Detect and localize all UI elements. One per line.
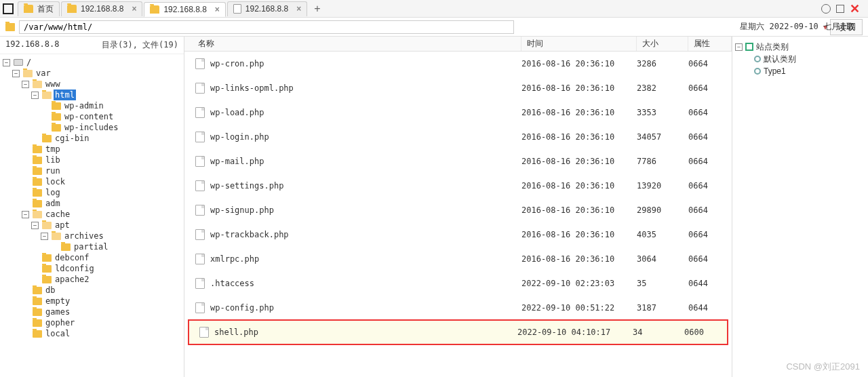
file-row[interactable]: xmlrpc.php2016-08-16 20:36:1030640664: [184, 247, 732, 271]
site-category-root[interactable]: − 站点类别: [735, 41, 865, 53]
address-bar: ▾ 读取: [0, 18, 868, 37]
tree-node[interactable]: ldconfig: [3, 263, 184, 274]
host-label: 192.168.8.8: [5, 39, 102, 51]
file-list[interactable]: wp-cron.php2016-08-16 20:36:1032860664wp…: [184, 52, 732, 377]
file-size: 3187: [637, 303, 688, 313]
new-tab-button[interactable]: +: [309, 3, 326, 15]
tree-node[interactable]: lib: [3, 155, 184, 165]
folder-icon: [33, 319, 42, 327]
folder-icon: [52, 102, 61, 110]
tab-2[interactable]: 192.168.8.8×: [144, 2, 225, 17]
tree-toggle-icon[interactable]: −: [3, 59, 10, 66]
tree-node[interactable]: local: [3, 328, 184, 339]
folder-icon: [5, 23, 15, 31]
tree-label: lib: [44, 155, 62, 165]
tree-node[interactable]: lock: [3, 176, 184, 187]
tree-label: adm: [44, 198, 62, 209]
tree-node[interactable]: −archives: [3, 231, 184, 241]
file-row[interactable]: wp-signup.php2016-08-16 20:36:1029890066…: [184, 198, 732, 222]
tab-label: 192.168.8.8: [81, 4, 123, 14]
category-item[interactable]: 默认类别: [735, 53, 865, 65]
tree-node[interactable]: cgi-bin: [3, 133, 184, 144]
tree-node[interactable]: wp-includes: [3, 122, 184, 133]
tab-3[interactable]: 192.168.8.8×: [227, 1, 307, 16]
tree-node[interactable]: −var: [3, 68, 184, 79]
file-row[interactable]: wp-load.php2016-08-16 20:36:1033530664: [184, 100, 732, 125]
file-row[interactable]: .htaccess2022-09-10 02:23:03350644: [184, 271, 732, 296]
tree-node[interactable]: partial: [3, 241, 184, 252]
tree-toggle-icon[interactable]: −: [41, 233, 48, 240]
path-input[interactable]: [19, 20, 514, 34]
file-row[interactable]: wp-links-opml.php2016-08-16 20:36:102382…: [184, 76, 732, 100]
folder-icon: [42, 135, 52, 142]
tree-node[interactable]: −html: [3, 90, 184, 100]
tree-node[interactable]: tmp: [3, 144, 184, 155]
file-attr: 0664: [688, 108, 732, 117]
category-item[interactable]: Type1: [735, 65, 865, 77]
tree-node[interactable]: run: [3, 165, 184, 176]
left-header: 192.168.8.8 目录(3), 文件(19): [0, 37, 184, 54]
tree-label: lock: [44, 176, 66, 187]
close-icon[interactable]: ✕: [850, 1, 860, 16]
minimize-icon[interactable]: [821, 4, 831, 14]
tree-label: var: [35, 68, 52, 79]
file-attr: 0664: [688, 230, 732, 239]
file-attr: 0664: [688, 59, 732, 68]
file-size: 7786: [637, 157, 688, 166]
tab-close-icon[interactable]: ×: [132, 4, 136, 14]
folder-icon: [67, 5, 77, 13]
tab-0[interactable]: 首页: [18, 1, 60, 16]
file-time: 2016-08-16 20:36:10: [521, 132, 637, 142]
file-size: 3064: [637, 254, 688, 264]
file-row[interactable]: wp-settings.php2016-08-16 20:36:10139200…: [184, 174, 732, 198]
file-row[interactable]: wp-trackback.php2016-08-16 20:36:1040350…: [184, 222, 732, 247]
tree-node[interactable]: games: [3, 306, 184, 317]
tree-toggle-icon[interactable]: −: [31, 92, 39, 99]
tree-node[interactable]: log: [3, 187, 184, 198]
column-headers[interactable]: 名称 时间 大小 属性: [184, 37, 732, 52]
tree-node[interactable]: −/: [3, 57, 184, 68]
tree-toggle-icon[interactable]: −: [12, 70, 20, 77]
file-row[interactable]: wp-mail.php2016-08-16 20:36:1077860664: [184, 149, 732, 174]
tree-node[interactable]: −apt: [3, 220, 184, 231]
file-icon: [195, 180, 205, 191]
tree-node[interactable]: adm: [3, 198, 184, 209]
tree-node[interactable]: apache2: [3, 274, 184, 285]
file-row[interactable]: wp-login.php2016-08-16 20:36:10340570664: [184, 125, 732, 149]
folder-icon: [52, 124, 61, 132]
tree-node[interactable]: debconf: [3, 252, 184, 263]
tree-node[interactable]: wp-content: [3, 111, 184, 122]
tree-toggle-icon[interactable]: −: [22, 211, 29, 218]
left-panel: 192.168.8.8 目录(3), 文件(19) −/−var−www−htm…: [0, 37, 184, 377]
file-size: 13920: [637, 181, 688, 191]
category-root-icon: [745, 43, 753, 51]
tree-node[interactable]: −www: [3, 79, 184, 90]
file-icon: [195, 156, 205, 167]
file-time: 2022-09-10 02:23:03: [521, 279, 637, 288]
tree-node[interactable]: gopher: [3, 317, 184, 328]
tab-1[interactable]: 192.168.8.8×: [61, 1, 142, 16]
tree-label: apache2: [54, 274, 91, 285]
tree-label: gopher: [44, 317, 76, 328]
tree-node[interactable]: −cache: [3, 209, 184, 220]
file-row[interactable]: wp-config.php2022-09-10 00:51:2231870644: [184, 296, 732, 320]
col-size[interactable]: 大小: [637, 37, 688, 51]
directory-tree[interactable]: −/−var−www−htmlwp-adminwp-contentwp-incl…: [0, 54, 184, 377]
file-row[interactable]: shell.php2022-09-10 04:10:17340600: [189, 320, 728, 344]
tree-node[interactable]: db: [3, 285, 184, 296]
file-icon: [195, 107, 205, 118]
tab-close-icon[interactable]: ×: [296, 4, 301, 14]
tab-close-icon[interactable]: ×: [215, 5, 220, 14]
collapse-icon[interactable]: −: [735, 43, 743, 51]
folder-icon: [42, 265, 52, 273]
col-name[interactable]: 名称: [184, 37, 521, 51]
col-time[interactable]: 时间: [521, 37, 637, 51]
tree-node[interactable]: empty: [3, 296, 184, 306]
tree-toggle-icon[interactable]: −: [31, 222, 39, 229]
col-attr[interactable]: 属性: [688, 37, 732, 51]
tree-toggle-icon[interactable]: −: [22, 81, 29, 88]
file-name: wp-links-opml.php: [210, 83, 521, 93]
tree-node[interactable]: wp-admin: [3, 100, 184, 111]
file-row[interactable]: wp-cron.php2016-08-16 20:36:1032860664: [184, 52, 732, 76]
maximize-icon[interactable]: [836, 5, 844, 13]
